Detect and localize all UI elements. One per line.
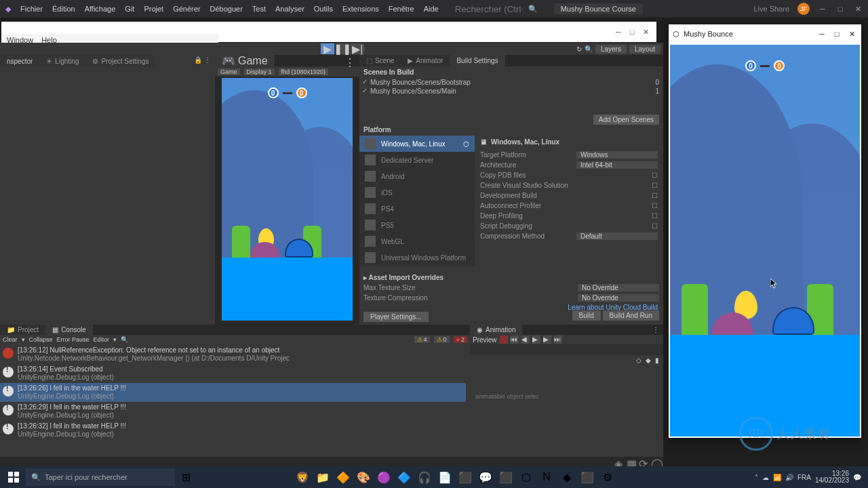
menu-item[interactable]: Projet (144, 5, 163, 13)
platform-item[interactable]: Android (359, 168, 475, 184)
minimize-icon[interactable]: ─ (612, 28, 625, 36)
platform-item[interactable]: iOS (359, 184, 475, 201)
tab-build-settings[interactable]: Build Settings (450, 55, 505, 66)
tray-language[interactable]: FRA (797, 474, 811, 481)
taskbar-app-icon[interactable]: ⬛ (456, 468, 475, 487)
taskbar-app-icon[interactable]: 📄 (435, 468, 454, 487)
platform-item[interactable]: PS4 (359, 201, 475, 217)
log-item[interactable]: [13:26:14] Event SubscribedUnityEngine.D… (0, 364, 466, 383)
minimize-icon[interactable]: ─ (816, 30, 827, 38)
warning-count[interactable]: ⚠4 (414, 336, 430, 343)
log-item[interactable]: [13:26:26] I fell in the water HELP !!!U… (0, 383, 466, 402)
layout-dropdown[interactable]: Layout (629, 45, 660, 54)
next-frame-button[interactable]: ▶ (543, 336, 551, 344)
collapse-toggle[interactable]: Collapse (29, 336, 53, 343)
error-count[interactable]: ●2 (454, 336, 467, 343)
tab-menu-icon[interactable]: ⋮ (340, 55, 359, 66)
task-view-icon[interactable]: ⊞ (176, 468, 195, 487)
menu-item[interactable]: Fenêtre (389, 5, 414, 13)
step-button[interactable]: ▶| (351, 43, 364, 54)
platform-item[interactable]: Universal Windows Platform (359, 249, 475, 266)
tab-project-settings[interactable]: ⚙Project Settings (85, 55, 155, 67)
game-mode-dropdown[interactable]: Game (218, 68, 240, 75)
checkbox[interactable]: ☐ (652, 202, 658, 209)
tab-inspector[interactable]: nspector (0, 55, 39, 67)
lock-icon[interactable]: 🔒 ⋮ (190, 55, 215, 67)
taskbar-app-icon[interactable]: N (537, 468, 556, 487)
tray-volume-icon[interactable]: 🔊 (785, 474, 793, 481)
platform-item[interactable]: WebGL (359, 233, 475, 249)
notifications-icon[interactable]: 💬 (853, 474, 861, 481)
clear-button[interactable]: Clear (3, 336, 18, 343)
record-button[interactable] (500, 336, 508, 344)
close-icon[interactable]: ✕ (846, 30, 857, 39)
add-keyframe-icon[interactable]: ◇ (636, 357, 642, 365)
editor-dropdown[interactable]: Editor (94, 336, 110, 343)
maximize-icon[interactable]: □ (831, 30, 842, 38)
taskbar-app-icon[interactable]: 💬 (476, 468, 495, 487)
scene-item[interactable]: Mushy Bounce/Scenes/Bootstrap0 (359, 78, 663, 87)
platform-item[interactable]: Windows, Mac, Linux⬡ (359, 136, 475, 152)
taskbar-app-icon[interactable]: ◆ (557, 468, 576, 487)
platform-item[interactable]: PS5 (359, 217, 475, 233)
add-open-scenes-button[interactable]: Add Open Scenes (593, 115, 659, 125)
compression-dropdown[interactable]: Default (576, 232, 658, 240)
tab-lighting[interactable]: ☀Lighting (39, 55, 85, 67)
avatar[interactable]: JF (797, 3, 810, 15)
taskbar-app-icon[interactable]: 🎨 (354, 468, 373, 487)
menu-item[interactable]: Générer (173, 5, 200, 13)
prev-frame-button[interactable]: ◀ (521, 336, 530, 344)
marker-icon[interactable]: ▮ (655, 357, 659, 365)
menu-item[interactable]: Git (125, 5, 134, 13)
play-button[interactable]: ▶ (321, 43, 334, 54)
taskbar-search[interactable]: 🔍Taper ici pour rechercher (26, 468, 175, 486)
taskbar-app-icon[interactable]: 🔶 (334, 468, 353, 487)
close-icon[interactable]: ✕ (853, 4, 863, 14)
checkbox[interactable]: ☐ (652, 182, 658, 189)
taskbar-app-icon[interactable]: 🎧 (415, 468, 434, 487)
tab-animator[interactable]: ▶Animator (401, 55, 450, 66)
start-button[interactable] (3, 468, 24, 487)
log-item[interactable]: [13:26:29] I fell in the water HELP !!!U… (0, 402, 466, 421)
platform-item[interactable]: Dedicated Server (359, 152, 475, 168)
vs-search[interactable]: 🔍 (455, 4, 538, 14)
add-event-icon[interactable]: ◆ (646, 357, 651, 365)
taskbar-app-icon[interactable]: 🔷 (395, 468, 414, 487)
tab-animation[interactable]: ◉Animation (470, 325, 522, 335)
taskbar-app-icon[interactable]: ⚙ (598, 468, 617, 487)
tab-project[interactable]: 📁Project (0, 325, 45, 335)
taskbar-app-icon[interactable]: ⬛ (496, 468, 515, 487)
checkbox[interactable]: ☐ (652, 192, 658, 199)
close-icon[interactable]: ✕ (639, 28, 652, 37)
checkbox[interactable]: ☐ (652, 222, 658, 230)
target-platform-dropdown[interactable]: Windows (576, 151, 658, 159)
tray-chevron-icon[interactable]: ˄ (755, 474, 758, 481)
status-icon[interactable]: ⟳ (639, 458, 647, 466)
scene-item[interactable]: Mushy Bounce/Scenes/Main1 (359, 87, 663, 96)
menu-item[interactable]: Test (252, 5, 266, 13)
resolution-dropdown[interactable]: fhd (1080x1920) (279, 68, 329, 75)
play-button[interactable]: ▶ (532, 336, 540, 344)
taskbar-clock[interactable]: 13:26 14/02/2023 (815, 470, 849, 484)
search-icon[interactable]: 🔍 (585, 45, 593, 53)
tray-icon[interactable]: ☁ (762, 474, 769, 481)
menu-item[interactable]: Affichage (85, 5, 116, 13)
undo-history-icon[interactable]: ↻ (576, 45, 582, 53)
menu-item[interactable]: Outils (314, 5, 333, 13)
taskbar-app-icon[interactable]: 🟣 (374, 468, 393, 487)
info-count[interactable]: ⚠0 (434, 336, 450, 343)
tab-menu-icon[interactable]: ⋮ (648, 325, 663, 335)
status-icon[interactable]: ◈ (614, 458, 623, 466)
layers-dropdown[interactable]: Layers (595, 45, 627, 54)
game-render[interactable]: 0 0 (670, 45, 860, 436)
maximize-icon[interactable]: □ (835, 4, 845, 14)
build-and-run-button[interactable]: Build And Run (603, 310, 659, 321)
menu-item[interactable]: Extensions (342, 5, 379, 13)
texture-compression-dropdown[interactable]: No Override (578, 294, 659, 302)
checkbox[interactable]: ☐ (652, 171, 658, 179)
minimize-icon[interactable]: ─ (818, 4, 827, 14)
tray-icon[interactable]: 📶 (773, 474, 781, 481)
status-icon[interactable]: ◯ (651, 458, 659, 466)
pause-button[interactable]: ❚❚ (336, 43, 349, 54)
architecture-dropdown[interactable]: Intel 64-bit (576, 161, 658, 169)
